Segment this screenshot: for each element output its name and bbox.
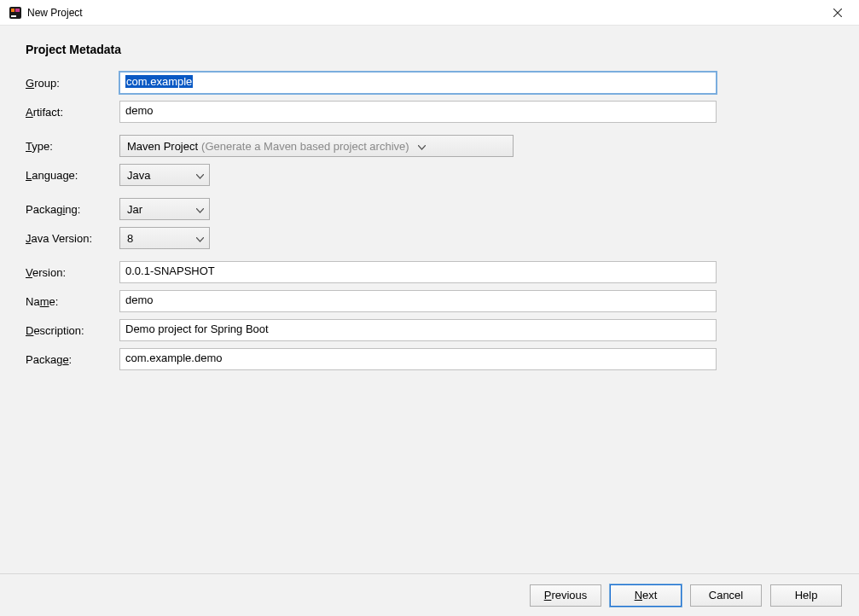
titlebar: New Project xyxy=(0,0,859,26)
page-title: Project Metadata xyxy=(26,43,833,56)
help-button[interactable]: Help xyxy=(770,584,842,607)
row-language: Language: Java xyxy=(26,164,833,186)
previous-button[interactable]: Previous xyxy=(530,584,601,607)
chevron-down-icon xyxy=(194,203,206,216)
name-input[interactable]: demo xyxy=(119,290,717,312)
java-version-select[interactable]: 8 xyxy=(119,227,210,249)
label-package: Package: xyxy=(26,353,119,366)
label-group: Group: xyxy=(26,77,119,90)
description-input[interactable]: Demo project for Spring Boot xyxy=(119,319,717,341)
name-input-value: demo xyxy=(125,293,154,306)
version-input[interactable]: 0.0.1-SNAPSHOT xyxy=(119,261,717,283)
type-select-value: Maven Project xyxy=(127,140,198,153)
group-input[interactable]: com.example xyxy=(119,72,717,94)
chevron-down-icon xyxy=(194,169,206,182)
label-java-version: Java Version: xyxy=(26,232,119,245)
java-version-select-value: 8 xyxy=(127,232,133,245)
row-package: Package: com.example.demo xyxy=(26,348,833,370)
chevron-down-icon xyxy=(416,140,428,153)
artifact-input-value: demo xyxy=(125,104,154,117)
label-description: Description: xyxy=(26,324,119,337)
package-input[interactable]: com.example.demo xyxy=(119,348,717,370)
row-type: Type: Maven Project (Generate a Maven ba… xyxy=(26,135,833,157)
artifact-input[interactable]: demo xyxy=(119,101,717,123)
row-name: Name: demo xyxy=(26,290,833,312)
packaging-select-value: Jar xyxy=(127,203,142,216)
next-button[interactable]: Next xyxy=(610,584,682,607)
window-title: New Project xyxy=(27,7,825,19)
row-group: Group: com.example xyxy=(26,72,833,94)
close-icon[interactable] xyxy=(825,0,850,26)
row-description: Description: Demo project for Spring Boo… xyxy=(26,319,833,341)
cancel-button[interactable]: Cancel xyxy=(690,584,762,607)
content-area: Project Metadata Group: com.example Arti… xyxy=(0,26,859,573)
group-input-value: com.example xyxy=(125,75,193,88)
language-select[interactable]: Java xyxy=(119,164,210,186)
row-artifact: Artifact: demo xyxy=(26,101,833,123)
description-input-value: Demo project for Spring Boot xyxy=(125,323,269,335)
footer: Previous Next Cancel Help xyxy=(0,573,859,616)
svg-rect-1 xyxy=(11,9,15,12)
version-input-value: 0.0.1-SNAPSHOT xyxy=(125,264,215,277)
label-version: Version: xyxy=(26,266,119,279)
row-java-version: Java Version: 8 xyxy=(26,227,833,249)
label-type: Type: xyxy=(26,140,119,153)
label-name: Name: xyxy=(26,295,119,308)
language-select-value: Java xyxy=(127,169,150,182)
label-packaging: Packaging: xyxy=(26,203,119,216)
label-artifact: Artifact: xyxy=(26,106,119,119)
row-version: Version: 0.0.1-SNAPSHOT xyxy=(26,261,833,283)
chevron-down-icon xyxy=(194,232,206,245)
package-input-value: com.example.demo xyxy=(125,352,222,364)
packaging-select[interactable]: Jar xyxy=(119,198,210,220)
type-select-hint: (Generate a Maven based project archive) xyxy=(201,140,409,153)
svg-rect-3 xyxy=(11,15,16,17)
row-packaging: Packaging: Jar xyxy=(26,198,833,220)
svg-rect-2 xyxy=(15,9,20,12)
label-language: Language: xyxy=(26,169,119,182)
type-select[interactable]: Maven Project (Generate a Maven based pr… xyxy=(119,135,514,157)
app-icon xyxy=(9,6,22,20)
